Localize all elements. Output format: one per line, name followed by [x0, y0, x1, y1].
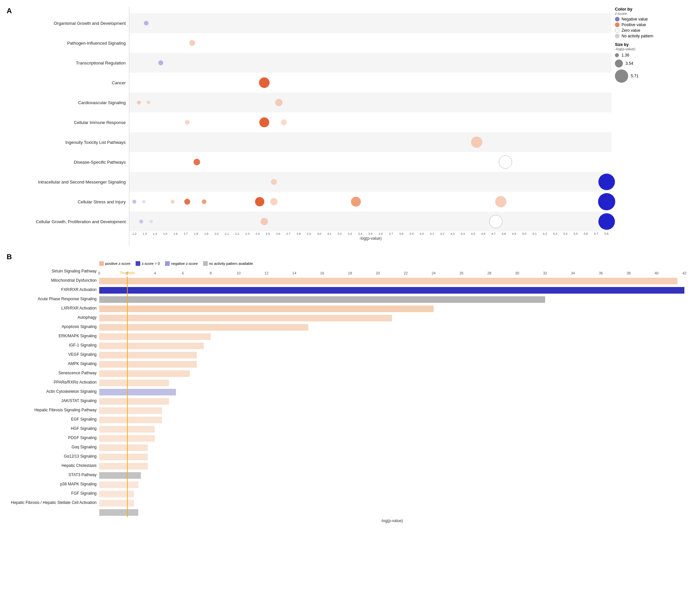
bar-row	[99, 286, 684, 295]
bubble	[598, 193, 615, 210]
bubble	[150, 220, 153, 223]
bar-fill	[99, 444, 148, 451]
bubble	[259, 78, 269, 88]
bar-y-label: Hepatic Fibrosis Signaling Pathway	[7, 405, 99, 415]
bar-fill	[99, 509, 138, 516]
bar-fill	[99, 352, 197, 358]
bubble	[499, 155, 512, 169]
x-tick-label: 1.5	[160, 232, 170, 236]
bar-fill	[99, 343, 204, 349]
bar-x-tick: 40	[655, 271, 658, 275]
bar-x-tick: 6	[182, 271, 184, 275]
bar-y-label: Actin Cytoskeleton Signaling	[7, 387, 99, 396]
x-tick-label: 5.1	[530, 232, 540, 236]
x-tick-label: 2.9	[304, 232, 314, 236]
bar-y-label: Hepatic Cholestasis	[7, 461, 99, 470]
bar-fill	[99, 287, 684, 294]
bubble	[281, 119, 287, 125]
bar-fill	[99, 315, 392, 322]
bar-x-tick: 8	[210, 271, 212, 275]
x-tick-label: 1.8	[191, 232, 201, 236]
bar-plot: 024681012141618202224262830323436384042 …	[99, 266, 684, 523]
x-tick-label: 4.7	[489, 232, 499, 236]
bar-y-label: AMPK Signaling	[7, 359, 99, 368]
x-tick-label: 5.3	[550, 232, 560, 236]
x-axis-title: -log(p-value)	[129, 236, 612, 241]
legend-b-positive: positive z-score	[99, 261, 130, 266]
legend-positive: Positive value	[615, 22, 681, 27]
legend-b-negative: negative z-score	[165, 261, 198, 266]
bar-x-tick: 24	[432, 271, 436, 275]
bar-row	[99, 277, 684, 286]
legend-size-2: 3.54	[615, 60, 681, 67]
x-tick-label: 5.2	[540, 232, 550, 236]
y-label-1: Pathogen-Influenced Signaling	[17, 33, 129, 53]
bar-x-tick: 4	[154, 271, 156, 275]
bar-y-label: Gαq Signaling	[7, 442, 99, 452]
bar-row	[99, 304, 684, 313]
bubble	[171, 200, 175, 204]
x-tick-label: 2.1	[222, 232, 232, 236]
x-tick-label: 3.8	[396, 232, 406, 236]
bubble-row-2	[129, 53, 612, 73]
bar-fill	[99, 380, 169, 386]
bubble	[598, 213, 615, 230]
bar-row	[99, 341, 684, 351]
legend-color-by-title: Color by	[615, 7, 681, 12]
bar-row	[99, 499, 684, 508]
bar-y-label: Mitochondrial Dysfunction	[7, 276, 99, 285]
x-tick-label: 3.9	[406, 232, 416, 236]
bar-fill	[99, 370, 190, 377]
bar-row	[99, 452, 684, 462]
x-tick-label: 3.3	[345, 232, 355, 236]
bar-y-axis: Sirtuin Signaling PathwayMitochondrial D…	[7, 266, 99, 523]
bar-y-label: VEGF Signaling	[7, 350, 99, 359]
bubble	[271, 179, 277, 185]
bar-rows	[99, 277, 684, 517]
legend-b: positive z-score z-score = 0 negative z-…	[99, 261, 684, 266]
bubble	[185, 120, 190, 125]
bubble	[184, 199, 190, 205]
x-tick-label: 5.0	[519, 232, 530, 236]
x-tick-label: 5.5	[570, 232, 581, 236]
y-label-6: Ingenuity Toxicity List Pathways	[17, 132, 129, 152]
y-label-7: Disease-Specific Pathways	[17, 152, 129, 172]
bar-row	[99, 332, 684, 341]
y-label-4: Cardiovascular Signaling	[17, 93, 129, 112]
bar-x-tick: 36	[599, 271, 603, 275]
x-tick-label: 5.7	[591, 232, 601, 236]
x-tick-label: 3.1	[324, 232, 334, 236]
y-label-9: Cellular Stress and Injury	[17, 192, 129, 212]
bar-x-tick: 30	[515, 271, 519, 275]
x-tick-label: 1.4	[150, 232, 160, 236]
x-tick-label: 4.9	[509, 232, 519, 236]
bar-fill	[99, 296, 545, 303]
bubble	[139, 220, 143, 223]
x-tick-label: 4.8	[499, 232, 509, 236]
y-label-2: Transcriptional Regulation	[17, 53, 129, 73]
bubble	[132, 200, 136, 204]
x-tick-label: 4.5	[468, 232, 478, 236]
bar-row	[99, 323, 684, 332]
y-label-8: Intracellular and Second Messenger Signa…	[17, 172, 129, 192]
bar-fill	[99, 389, 176, 395]
bubble	[255, 197, 264, 206]
x-tick-label: 3.5	[365, 232, 375, 236]
x-tick-label: 5.6	[581, 232, 591, 236]
legend-size-3: 5.71	[615, 69, 681, 83]
bar-row	[99, 369, 684, 378]
bubble-y-axis: Organismal Growth and Development Pathog…	[17, 7, 129, 246]
bubble	[137, 101, 141, 105]
bar-fill	[99, 306, 434, 312]
x-tick-label: 2.5	[263, 232, 273, 236]
legend-negative: Negative value	[615, 17, 681, 21]
threshold-label: Threshold	[120, 271, 134, 275]
bar-fill	[99, 417, 162, 423]
bar-fill	[99, 472, 141, 479]
bar-row	[99, 443, 684, 452]
x-axis-labels: 1.21.31.41.51.61.71.81.92.02.12.22.32.42…	[129, 232, 612, 236]
x-tick-label: 2.2	[232, 232, 242, 236]
bar-fill	[99, 408, 162, 414]
x-tick-label: 3.6	[375, 232, 386, 236]
bar-row	[99, 489, 684, 499]
